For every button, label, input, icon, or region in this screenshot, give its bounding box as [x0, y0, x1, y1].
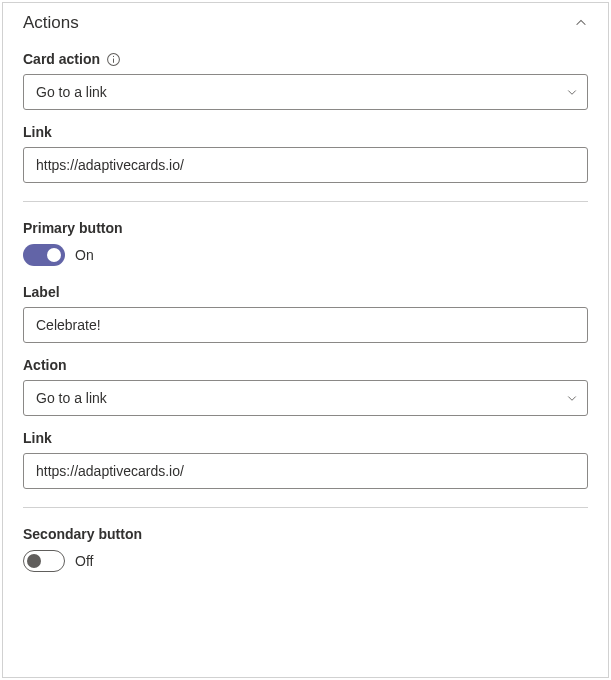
primary-label-input[interactable] — [23, 307, 588, 343]
primary-button-toggle-state: On — [75, 247, 94, 263]
secondary-button-toggle[interactable] — [23, 550, 65, 572]
card-action-label: Card action — [23, 51, 100, 67]
primary-button-toggle[interactable] — [23, 244, 65, 266]
primary-link-label: Link — [23, 430, 52, 446]
primary-label-group: Label — [23, 284, 588, 343]
divider — [23, 201, 588, 202]
primary-button-toggle-row: On — [23, 244, 588, 266]
secondary-button-section-label: Secondary button — [23, 526, 588, 542]
panel-title: Actions — [23, 13, 79, 33]
primary-link-group: Link — [23, 430, 588, 489]
primary-action-select-input[interactable] — [23, 380, 588, 416]
card-action-select[interactable] — [23, 74, 588, 110]
primary-action-select[interactable] — [23, 380, 588, 416]
panel-header[interactable]: Actions — [3, 3, 608, 41]
svg-point-2 — [113, 55, 114, 56]
card-action-group: Card action — [23, 51, 588, 110]
primary-action-group: Action — [23, 357, 588, 416]
panel-body: Card action Link Primary — [3, 41, 608, 572]
card-link-label: Link — [23, 124, 52, 140]
info-icon[interactable] — [106, 52, 121, 67]
secondary-button-toggle-row: Off — [23, 550, 588, 572]
card-link-group: Link — [23, 124, 588, 183]
toggle-knob — [47, 248, 61, 262]
primary-action-label: Action — [23, 357, 67, 373]
primary-button-section-label: Primary button — [23, 220, 588, 236]
card-action-select-input[interactable] — [23, 74, 588, 110]
toggle-knob — [27, 554, 41, 568]
actions-panel: Actions Card action — [2, 2, 609, 678]
primary-link-input[interactable] — [23, 453, 588, 489]
secondary-button-toggle-state: Off — [75, 553, 93, 569]
divider — [23, 507, 588, 508]
card-link-input[interactable] — [23, 147, 588, 183]
chevron-up-icon[interactable] — [574, 16, 588, 30]
primary-label-label: Label — [23, 284, 60, 300]
